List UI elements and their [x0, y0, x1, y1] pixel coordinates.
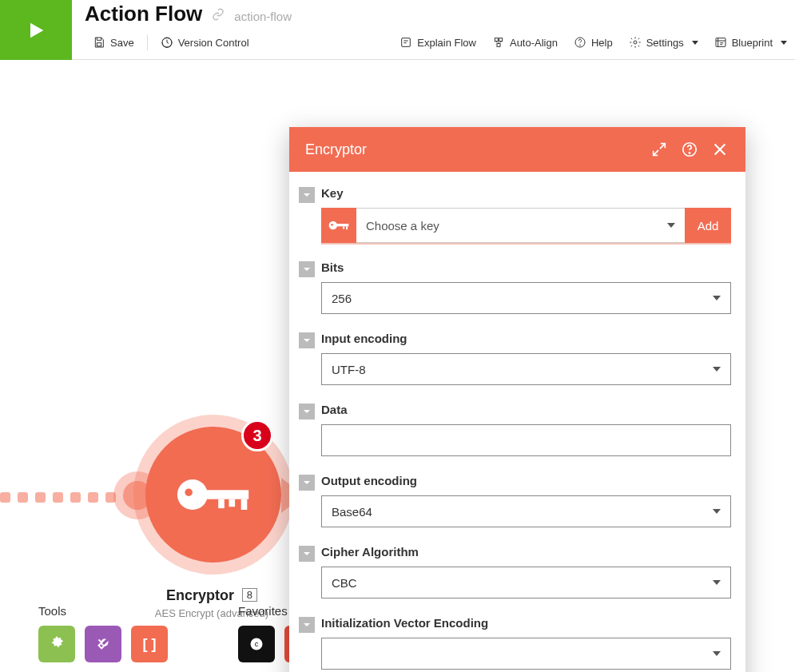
toolbar: Save Version Control Explain Flow Auto-A… [85, 34, 795, 50]
play-icon [25, 19, 47, 42]
add-key-button[interactable]: Add [685, 208, 731, 243]
flow-connector [0, 491, 116, 503]
svg-rect-3 [495, 38, 498, 42]
chevron-down-icon [667, 223, 675, 228]
key-icon [328, 219, 349, 232]
tool-utilities[interactable] [85, 626, 121, 662]
save-label: Save [110, 37, 134, 49]
svg-rect-12 [205, 490, 248, 499]
chevron-down-icon [713, 296, 721, 300]
chevron-down-icon [713, 580, 721, 585]
tool-settings[interactable] [38, 626, 75, 662]
collapse-toggle[interactable] [299, 261, 315, 277]
collapse-toggle[interactable] [299, 617, 315, 633]
svg-rect-9 [716, 38, 725, 47]
wrench-icon [94, 635, 112, 653]
svg-rect-24 [343, 226, 344, 229]
bottom-panel: Tools [ ] Favorites c [38, 604, 310, 662]
favorites-header: Favorites [238, 604, 297, 618]
chevron-down-icon [303, 621, 311, 629]
collapse-toggle[interactable] [299, 546, 315, 562]
settings-button[interactable]: Settings [621, 35, 706, 50]
close-icon [711, 141, 729, 158]
tool-brackets[interactable]: [ ] [131, 626, 168, 662]
cipher-value: CBC [332, 576, 357, 590]
chevron-down-icon [303, 265, 311, 273]
cipher-label: Cipher Algorithm [321, 545, 731, 559]
explain-flow-button[interactable]: Explain Flow [392, 35, 484, 50]
blueprint-button[interactable]: Blueprint [706, 35, 795, 50]
svg-point-7 [580, 45, 581, 46]
app-header: Action Flow action-flow Save Version Con… [0, 0, 795, 60]
svg-rect-15 [240, 499, 247, 510]
chevron-down-icon [303, 408, 311, 416]
modal-header: Encryptor [289, 127, 745, 172]
svg-text:c: c [255, 640, 259, 648]
align-label: Auto-Align [510, 37, 558, 49]
iv-encoding-label: Initialization Vector Encoding [321, 616, 731, 630]
version-control-button[interactable]: Version Control [153, 35, 257, 50]
favorite-1[interactable]: c [238, 626, 275, 662]
collapse-toggle[interactable] [299, 404, 315, 420]
gear-icon [629, 36, 642, 49]
align-icon [492, 36, 505, 49]
collapse-toggle[interactable] [299, 332, 315, 348]
close-button[interactable] [710, 140, 729, 159]
svg-rect-5 [497, 43, 500, 46]
chevron-down-icon [713, 367, 721, 372]
svg-rect-2 [402, 38, 411, 47]
cipher-select[interactable]: CBC [321, 567, 731, 598]
auto-align-button[interactable]: Auto-Align [484, 35, 566, 50]
data-input[interactable] [321, 424, 731, 456]
help-icon [574, 36, 586, 49]
circle-c-icon: c [248, 636, 264, 652]
input-encoding-value: UTF-8 [332, 363, 366, 376]
svg-point-22 [331, 224, 333, 226]
link-icon [212, 8, 225, 23]
key-select[interactable]: Choose a key [356, 208, 685, 243]
history-icon [161, 36, 173, 49]
chevron-down-icon [303, 336, 311, 344]
modal-help-button[interactable] [680, 140, 699, 159]
blueprint-label: Blueprint [732, 37, 773, 49]
bits-select[interactable]: 256 [321, 282, 731, 314]
gear-icon [48, 635, 66, 653]
svg-rect-25 [346, 226, 348, 229]
svg-rect-23 [336, 224, 349, 226]
output-encoding-select[interactable]: Base64 [321, 495, 731, 527]
chevron-down-icon [781, 41, 787, 45]
run-button[interactable] [0, 0, 72, 60]
blueprint-icon [714, 36, 727, 49]
flow-canvas[interactable]: 3 Encryptor 8 AES Encrypt (advanced) Too… [0, 60, 795, 672]
chevron-down-icon [692, 41, 698, 45]
iv-encoding-select[interactable] [321, 638, 731, 670]
chevron-down-icon [713, 509, 721, 514]
svg-rect-14 [229, 499, 235, 507]
explain-icon [399, 36, 412, 49]
chevron-down-icon [303, 479, 311, 487]
help-icon [681, 141, 698, 158]
chevron-down-icon [303, 550, 311, 558]
data-label: Data [321, 403, 731, 416]
collapse-toggle[interactable] [299, 475, 315, 491]
bits-value: 256 [332, 292, 352, 305]
page-slug: action-flow [234, 10, 292, 23]
key-label: Key [321, 186, 731, 200]
node-name: Encryptor [166, 587, 234, 604]
node-error-badge[interactable]: 3 [241, 420, 273, 451]
save-button[interactable]: Save [85, 35, 142, 50]
chevron-down-icon [713, 651, 721, 656]
modal-body: Key Choose a key Add [289, 172, 745, 672]
tools-header: Tools [38, 604, 168, 618]
input-encoding-select[interactable]: UTF-8 [321, 353, 731, 385]
bits-label: Bits [321, 260, 731, 274]
svg-rect-4 [499, 38, 503, 42]
save-icon [93, 36, 105, 49]
expand-button[interactable] [650, 140, 669, 159]
svg-point-20 [689, 153, 690, 153]
help-button[interactable]: Help [566, 35, 621, 50]
svg-point-21 [329, 221, 337, 229]
encryptor-modal: Encryptor Key [289, 127, 745, 672]
divider [147, 34, 148, 50]
collapse-toggle[interactable] [299, 187, 315, 203]
